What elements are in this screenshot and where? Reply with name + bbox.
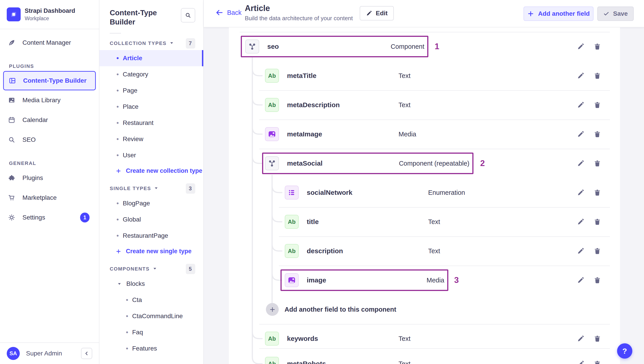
sidebar-item-seo[interactable]: SEO <box>0 130 99 150</box>
delete-field-button[interactable] <box>594 335 601 342</box>
type-item-label: RestaurantPage <box>123 232 168 239</box>
delete-field-button[interactable] <box>594 130 601 138</box>
add-field-to-component-button[interactable]: Add another field to this component <box>229 295 620 324</box>
field-type: Media <box>398 130 416 138</box>
plugins-section-label: PLUGINS <box>0 57 99 71</box>
field-name: metaImage <box>287 130 322 138</box>
edit-field-button[interactable] <box>577 101 584 109</box>
add-another-field-button[interactable]: Add another field <box>524 7 594 21</box>
type-item-restaurant[interactable]: •Restaurant <box>100 115 203 131</box>
delete-field-button[interactable] <box>594 276 601 284</box>
type-item-review[interactable]: •Review <box>100 131 203 147</box>
text-field-icon: Ab <box>265 332 279 345</box>
component-item-faq[interactable]: •Faq <box>100 324 203 340</box>
add-field-label: Add another field <box>538 10 590 17</box>
sidebar-item-label: Plugins <box>22 174 43 181</box>
field-row-description[interactable]: AbdescriptionText <box>229 236 620 266</box>
sidebar-item-marketplace[interactable]: Marketplace <box>0 188 99 208</box>
main-sidebar: Strapi Dashboard Workplace Content Manag… <box>0 0 100 364</box>
type-item-blogpage[interactable]: •BlogPage <box>100 195 203 212</box>
delete-field-button[interactable] <box>594 159 601 167</box>
edit-field-button[interactable] <box>577 218 584 226</box>
type-item-category[interactable]: •Category <box>100 66 203 82</box>
component-item-features[interactable]: •Features <box>100 340 203 356</box>
type-item-article[interactable]: •Article <box>100 50 203 66</box>
field-row-title[interactable]: AbtitleText <box>229 207 620 236</box>
edit-field-button[interactable] <box>577 72 584 80</box>
user-name: Super Admin <box>26 350 81 357</box>
field-row-metaTitle[interactable]: AbmetaTitleText <box>229 61 620 90</box>
edit-field-button[interactable] <box>577 130 584 138</box>
section-header-components[interactable]: COMPONENTS5 <box>100 262 203 276</box>
type-item-label: BlogPage <box>123 200 150 207</box>
field-row-keywords[interactable]: AbkeywordsText <box>229 324 620 353</box>
field-row-metaImage[interactable]: metaImageMedia <box>229 119 620 149</box>
component-item-label: Cta <box>132 296 142 304</box>
field-row-image[interactable]: imageMedia <box>229 266 620 295</box>
sidebar-item-content-type-builder[interactable]: Content-Type Builder <box>3 71 96 90</box>
delete-field-button[interactable] <box>594 101 601 109</box>
sidebar-item-media-library[interactable]: Media Library <box>0 90 99 110</box>
field-name: metaTitle <box>287 72 316 80</box>
delete-field-button[interactable] <box>594 218 601 226</box>
delete-field-button[interactable] <box>594 360 601 364</box>
edit-field-button[interactable] <box>577 43 584 50</box>
avatar[interactable]: SA <box>7 347 20 360</box>
field-name: image <box>307 276 326 284</box>
action-create-new-single-type[interactable]: Create new single type <box>100 244 203 259</box>
section-header-single-types[interactable]: SINGLE TYPES3 <box>100 182 203 195</box>
help-button[interactable]: ? <box>617 343 632 358</box>
arrow-left-icon <box>216 9 224 17</box>
sidebar-item-settings[interactable]: Settings1 <box>0 208 99 227</box>
type-item-global[interactable]: •Global <box>100 212 203 228</box>
field-row-socialNetwork[interactable]: socialNetworkEnumeration <box>229 178 620 207</box>
row-divider <box>279 207 610 208</box>
field-name: title <box>307 218 319 226</box>
edit-field-button[interactable] <box>577 335 584 342</box>
field-row-seo[interactable]: seoComponent <box>229 32 620 61</box>
edit-field-button[interactable] <box>577 189 584 196</box>
field-row-metaDescription[interactable]: AbmetaDescriptionText <box>229 90 620 119</box>
save-button[interactable]: Save <box>597 7 634 21</box>
edit-field-button[interactable] <box>577 247 584 255</box>
bullet-icon: • <box>116 103 119 110</box>
search-button[interactable] <box>181 8 195 23</box>
field-row-metaSocial[interactable]: metaSocialComponent (repeatable) <box>229 149 620 178</box>
field-type: Enumeration <box>428 189 465 196</box>
field-name: description <box>307 247 343 255</box>
delete-field-button[interactable] <box>594 247 601 255</box>
bullet-icon: • <box>126 345 128 352</box>
text-field-icon: Ab <box>285 215 299 229</box>
edit-button[interactable]: Edit <box>360 6 394 21</box>
type-item-page[interactable]: •Page <box>100 82 203 99</box>
component-item-ctacommandline[interactable]: •CtaCommandLine <box>100 308 203 324</box>
sidebar-item-content-manager[interactable]: Content Manager <box>0 33 99 53</box>
delete-field-button[interactable] <box>594 72 601 80</box>
action-create-new-collection-type[interactable]: Create new collection type <box>100 163 203 179</box>
add-field-to-component-label: Add another field to this component <box>284 306 396 313</box>
type-item-restaurantpage[interactable]: •RestaurantPage <box>100 228 203 244</box>
collapse-sidebar-button[interactable] <box>81 348 92 359</box>
section-header-collection-types[interactable]: COLLECTION TYPES7 <box>100 37 203 50</box>
sidebar-item-plugins[interactable]: Plugins <box>0 168 99 188</box>
workspace-header[interactable]: Strapi Dashboard Workplace <box>0 0 99 29</box>
field-row-metaRobots[interactable]: AbmetaRobotsText <box>229 349 620 364</box>
field-name: metaRobots <box>287 360 326 364</box>
puzzle-icon <box>7 174 16 181</box>
edit-field-button[interactable] <box>577 159 584 167</box>
calendar-icon <box>7 116 16 124</box>
component-category-blocks[interactable]: Blocks <box>100 276 203 292</box>
delete-field-button[interactable] <box>594 43 601 50</box>
delete-field-button[interactable] <box>594 189 601 196</box>
sidebar-item-calendar[interactable]: Calendar <box>0 110 99 130</box>
bullet-icon: • <box>116 200 119 207</box>
workspace-title: Strapi Dashboard <box>25 7 75 14</box>
plus-circle-icon <box>266 303 279 316</box>
edit-field-button[interactable] <box>577 276 584 284</box>
back-link[interactable]: Back <box>216 9 242 17</box>
type-item-user[interactable]: •User <box>100 147 203 163</box>
edit-field-button[interactable] <box>577 360 584 364</box>
component-item-cta[interactable]: •Cta <box>100 292 203 308</box>
type-item-place[interactable]: •Place <box>100 99 203 115</box>
field-type: Component (repeatable) <box>399 160 470 167</box>
